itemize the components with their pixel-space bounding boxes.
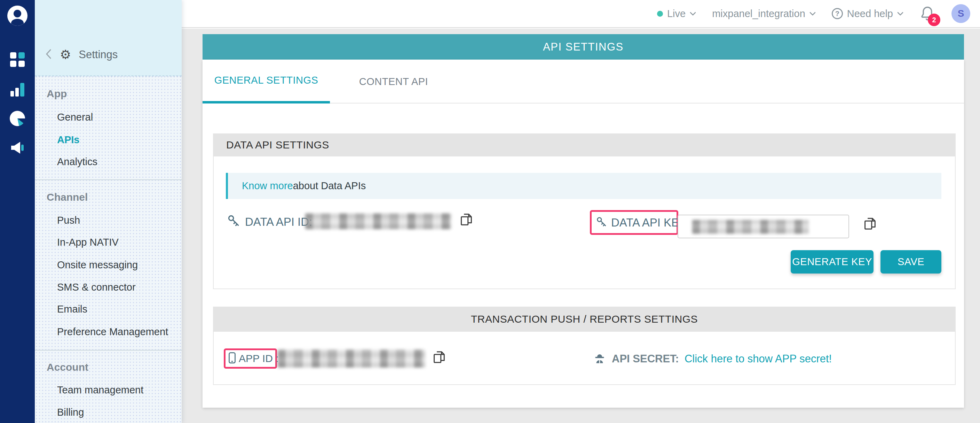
sidebar-item-sms-connector[interactable]: SMS & connector <box>57 279 136 295</box>
live-status-dot-icon <box>657 11 663 17</box>
tab-content-api[interactable]: CONTENT API <box>330 59 457 104</box>
know-more-text: about Data APIs <box>293 180 366 192</box>
sidebar-item-emails[interactable]: Emails <box>57 302 88 317</box>
show-app-secret-link[interactable]: Click here to show APP secret! <box>684 353 832 365</box>
copy-icon[interactable] <box>458 212 474 228</box>
app-id-highlight-box: APP ID : <box>224 348 277 369</box>
copy-icon[interactable] <box>862 215 878 232</box>
transaction-settings-header: TRANSACTION PUSH / REPORTS SETTINGS <box>213 306 956 332</box>
top-bar: Live mixpanel_integration ? Need help 2 … <box>182 0 980 28</box>
sidebar-section-account: Account <box>47 359 88 375</box>
data-api-id-value-redacted <box>305 213 451 229</box>
app-id-value-redacted <box>278 350 425 367</box>
gear-icon: ⚙ <box>60 48 71 61</box>
data-api-key-value-redacted <box>692 220 809 234</box>
spy-icon <box>593 351 606 366</box>
analytics-bars-icon[interactable] <box>9 81 26 98</box>
environment-dropdown[interactable]: Live <box>657 8 696 19</box>
need-help-label: Need help <box>847 8 893 19</box>
transaction-settings-section: APP ID : API SECRET: Click here to show … <box>213 332 956 385</box>
sidebar-divider <box>35 179 182 180</box>
sidebar-item-general[interactable]: General <box>57 109 93 125</box>
sidebar-item-preference-management[interactable]: Preference Management <box>57 324 168 339</box>
key-icon <box>596 216 608 229</box>
notifications-bell[interactable]: 2 <box>920 5 935 22</box>
sidebar-divider <box>35 350 182 351</box>
know-more-link[interactable]: Know more <box>242 180 293 192</box>
brand-logo[interactable] <box>7 6 27 26</box>
chevron-down-icon <box>897 12 904 16</box>
chevron-down-icon <box>810 12 816 16</box>
sidebar-item-billing[interactable]: Billing <box>57 404 84 420</box>
settings-sidebar: ⚙ Settings App General APIs Analytics Ch… <box>35 0 182 423</box>
segments-pie-icon[interactable] <box>9 110 26 127</box>
user-avatar[interactable]: S <box>951 4 970 23</box>
data-api-key-input[interactable] <box>678 215 849 238</box>
copy-icon[interactable] <box>431 349 447 365</box>
project-dropdown[interactable]: mixpanel_integration <box>712 8 816 19</box>
sidebar-title: Settings <box>79 48 118 61</box>
api-settings-card: GENERAL SETTINGS CONTENT API DATA API SE… <box>202 59 964 408</box>
data-api-key-highlight-box: DATA API KEY: <box>590 210 678 235</box>
environment-label: Live <box>667 8 686 19</box>
page-title: API SETTINGS <box>202 34 964 59</box>
notification-badge: 2 <box>928 14 940 26</box>
apps-grid-icon[interactable] <box>9 51 26 68</box>
key-icon <box>227 214 241 229</box>
phone-icon <box>228 352 236 365</box>
save-button[interactable]: SAVE <box>880 250 941 273</box>
tab-general-settings[interactable]: GENERAL SETTINGS <box>202 59 330 104</box>
sidebar-item-team-management[interactable]: Team management <box>57 382 143 397</box>
campaigns-megaphone-icon[interactable] <box>9 139 26 156</box>
tab-bar: GENERAL SETTINGS CONTENT API <box>202 59 964 104</box>
sidebar-item-push[interactable]: Push <box>57 212 80 228</box>
sidebar-item-apis[interactable]: APIs <box>57 132 80 147</box>
chevron-down-icon <box>690 12 696 16</box>
api-secret-row: API SECRET: Click here to show APP secre… <box>593 346 832 372</box>
sidebar-item-analytics[interactable]: Analytics <box>57 154 97 169</box>
api-secret-label: API SECRET: <box>612 353 679 365</box>
sidebar-header: ⚙ Settings <box>35 0 182 76</box>
sidebar-section-channel: Channel <box>47 190 88 205</box>
need-help-menu[interactable]: ? Need help <box>832 8 904 19</box>
generate-key-button[interactable]: GENERATE KEY <box>791 250 873 273</box>
know-more-banner: Know more about Data APIs <box>226 173 941 199</box>
left-icon-rail <box>0 0 35 423</box>
data-api-id-label: DATA API ID: <box>245 215 312 229</box>
project-name: mixpanel_integration <box>712 8 805 19</box>
back-chevron-icon[interactable] <box>45 49 52 61</box>
app-id-label: APP ID : <box>239 353 279 364</box>
data-api-settings-header: DATA API SETTINGS <box>213 134 956 156</box>
data-api-settings-section: Know more about Data APIs DATA API ID: D… <box>213 156 956 289</box>
sidebar-section-app: App <box>47 86 67 101</box>
sidebar-item-inapp-nativ[interactable]: In-App NATIV <box>57 235 119 250</box>
question-circle-icon: ? <box>832 8 843 19</box>
sidebar-item-onsite-messaging[interactable]: Onsite messaging <box>57 257 138 273</box>
